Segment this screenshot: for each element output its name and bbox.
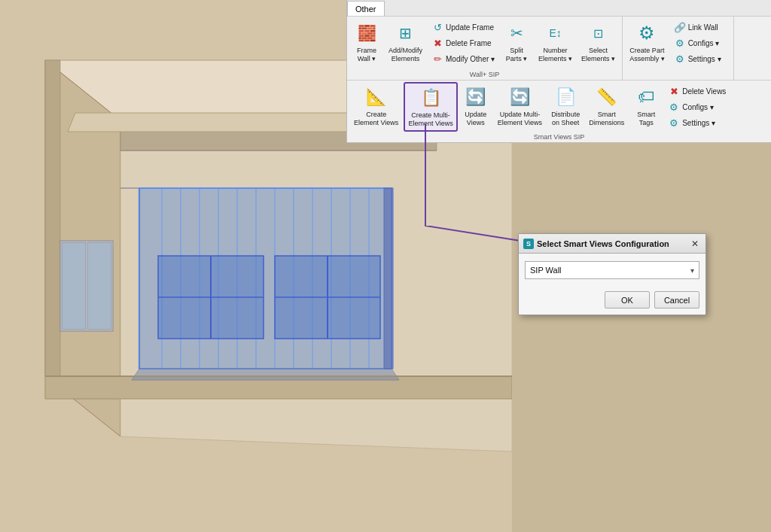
update-multi-views-icon: 🔄 [507,85,532,109]
smart-dimensions-icon: 📏 [595,85,619,109]
create-part-group-label [626,69,730,78]
add-modify-label: Add/ModifyElements [389,47,422,63]
create-part-buttons: ⚙ Create PartAssembly ▾ 🔗 Link Wall ⚙ Co… [626,18,730,69]
smart-tags-label: SmartTags [637,111,655,127]
svg-rect-9 [62,242,86,330]
cancel-button[interactable]: Cancel [654,291,699,309]
group-buttons-top: 🧱 FrameWall ▾ ⊞ Add/ModifyElements ↺ Upd… [350,18,619,69]
frame-wall-button[interactable]: 🧱 FrameWall ▾ [350,18,383,66]
selected-option-label: SIP Wall [530,266,562,275]
smart-views-configuration-dialog: S Select Smart Views Configuration ✕ SIP… [518,233,706,315]
svg-rect-6 [45,60,60,376]
configs-sv-icon: ⚙ [668,101,680,113]
create-multi-element-views-icon: 📋 [419,86,443,110]
create-multi-element-views-button[interactable]: 📋 Create Multi-Element Views [404,82,457,132]
add-modify-button[interactable]: ⊞ Add/ModifyElements [385,18,426,66]
create-multi-element-views-label: Create Multi-Element Views [408,111,453,128]
update-multi-views-label: Update Multi-Element Views [498,111,542,127]
configs-button[interactable]: ⚙ Configs ▾ [670,35,730,50]
create-element-views-label: CreateElement Views [354,111,398,127]
modify-other-button[interactable]: ✏ Modify Other ▾ [428,51,498,66]
modify-other-label: Modify Other ▾ [446,55,495,63]
split-parts-button[interactable]: ✂ SplitParts ▾ [500,18,533,66]
create-part-assembly-button[interactable]: ⚙ Create PartAssembly ▾ [626,18,669,66]
settings-label: Settings ▾ [688,55,721,63]
ribbon-group-create-part: ⚙ Create PartAssembly ▾ 🔗 Link Wall ⚙ Co… [623,17,734,80]
create-part-assembly-label: Create PartAssembly ▾ [629,47,665,63]
ok-button[interactable]: OK [605,291,650,309]
smart-dimensions-button[interactable]: 📏 SmartDimensions [585,82,628,130]
wall-sip-group-label: Wall+ SIP [350,69,619,78]
tab-other[interactable]: Other [347,1,385,16]
number-elements-button[interactable]: E↕ NumberElements ▾ [535,18,576,66]
settings-button[interactable]: ⚙ Settings ▾ [670,51,730,66]
select-elements-icon: ⊡ [587,21,611,45]
select-dropdown-arrow: ▾ [690,266,694,275]
small-buttons-col: ↺ Update Frame ✖ Delete Frame ✏ Modify O… [428,18,498,66]
svg-marker-30 [132,369,399,380]
ribbon-group-wall-sip: 🧱 FrameWall ▾ ⊞ Add/ModifyElements ↺ Upd… [347,17,623,80]
delete-views-button[interactable]: ✖ Delete Views [664,84,730,99]
configs-icon: ⚙ [674,37,686,49]
number-elements-label: NumberElements ▾ [538,47,572,63]
update-multi-element-views-button[interactable]: 🔄 Update Multi-Element Views [494,82,546,130]
create-part-assembly-icon: ⚙ [635,21,659,45]
split-parts-label: SplitParts ▾ [506,47,528,63]
update-frame-icon: ↺ [431,21,443,33]
settings-sv-label: Settings ▾ [682,119,715,127]
smart-views-small-col: ✖ Delete Views ⚙ Configs ▾ ⚙ Settings ▾ [664,82,730,130]
link-wall-icon: 🔗 [674,21,686,33]
delete-frame-label: Delete Frame [446,39,492,47]
svg-rect-10 [87,242,111,330]
select-elements-label: SelectElements ▾ [581,47,615,63]
configs-label: Configs ▾ [688,39,720,47]
dialog-body: SIP Wall ▾ [519,254,705,287]
distribute-on-sheet-button[interactable]: 📄 Distributeon Sheet [547,82,584,130]
smart-views-buttons: 📐 CreateElement Views 📋 Create Multi-Ele… [350,82,768,132]
dialog-app-icon: S [523,239,534,249]
configs-sv-label: Configs ▾ [682,103,714,111]
create-element-views-icon: 📐 [364,85,389,109]
link-wall-button[interactable]: 🔗 Link Wall [670,20,730,35]
frame-wall-label: FrameWall ▾ [357,47,376,63]
dialog-title-left: S Select Smart Views Configuration [523,239,669,249]
split-parts-icon: ✂ [504,21,529,45]
smart-views-group-label: Smart Views SIP [350,132,768,141]
select-elements-button[interactable]: ⊡ SelectElements ▾ [577,18,619,66]
update-frame-button[interactable]: ↺ Update Frame [428,20,498,35]
update-frame-label: Update Frame [446,23,494,32]
modify-other-icon: ✏ [431,53,443,65]
update-views-button[interactable]: 🔄 UpdateViews [459,82,492,130]
update-views-icon: 🔄 [464,85,488,109]
smart-dimensions-label: SmartDimensions [589,111,624,127]
distribute-label: Distributeon Sheet [551,111,580,127]
configuration-select[interactable]: SIP Wall ▾ [525,261,699,279]
dialog-titlebar: S Select Smart Views Configuration ✕ [519,234,705,254]
settings-icon: ⚙ [674,53,686,65]
update-views-label: UpdateViews [465,111,486,127]
settings-sv-button[interactable]: ⚙ Settings ▾ [664,115,730,130]
delete-frame-icon: ✖ [431,37,443,49]
dialog-title: Select Smart Views Configuration [537,239,669,248]
dialog-buttons: OK Cancel [519,287,705,315]
svg-rect-31 [384,188,393,369]
smart-tags-button[interactable]: 🏷 SmartTags [629,82,663,130]
create-element-views-button[interactable]: 📐 CreateElement Views [350,82,402,130]
configs-sv-button[interactable]: ⚙ Configs ▾ [664,99,730,114]
delete-frame-button[interactable]: ✖ Delete Frame [428,35,498,50]
distribute-icon: 📄 [553,85,577,109]
dialog-close-button[interactable]: ✕ [689,238,701,250]
ribbon-group-smart-views: 📐 CreateElement Views 📋 Create Multi-Ele… [347,81,771,142]
delete-views-label: Delete Views [682,87,726,96]
ribbon-row-2: 📐 CreateElement Views 📋 Create Multi-Ele… [347,81,771,142]
settings-sv-icon: ⚙ [668,117,680,129]
right-small-buttons: 🔗 Link Wall ⚙ Configs ▾ ⚙ Settings ▾ [670,18,730,66]
ribbon: Other 🧱 FrameWall ▾ ⊞ Add/ModifyElements… [346,0,771,143]
smart-tags-icon: 🏷 [634,85,658,109]
number-elements-icon: E↕ [544,21,568,45]
delete-views-icon: ✖ [668,85,680,97]
add-modify-icon: ⊞ [394,21,418,45]
ribbon-tabs: Other [347,0,771,17]
link-wall-label: Link Wall [688,23,718,32]
ribbon-row-1: 🧱 FrameWall ▾ ⊞ Add/ModifyElements ↺ Upd… [347,17,771,81]
